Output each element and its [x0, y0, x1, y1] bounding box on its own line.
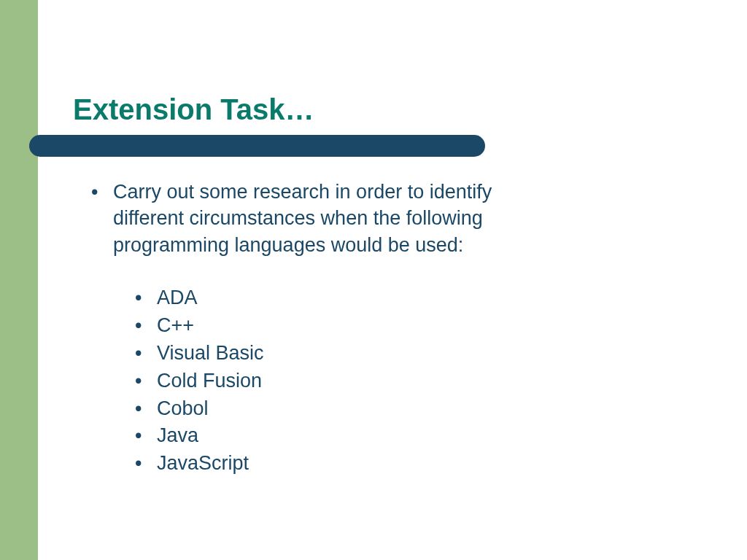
bullet-icon: •	[135, 422, 157, 450]
main-bullet-item: • Carry out some research in order to id…	[91, 179, 551, 258]
list-item-text: Java	[157, 422, 198, 450]
bullet-icon: •	[135, 284, 157, 312]
bullet-icon: •	[135, 368, 157, 395]
list-item-text: Visual Basic	[157, 340, 264, 368]
list-item: • Java	[135, 422, 551, 450]
bullet-icon: •	[135, 340, 157, 368]
bullet-icon: •	[135, 395, 157, 423]
list-item-text: Cold Fusion	[157, 368, 262, 395]
slide-content: • Carry out some research in order to id…	[91, 179, 551, 478]
sidebar-decoration	[0, 0, 38, 560]
list-item: • Cold Fusion	[135, 368, 551, 395]
list-item-text: ADA	[157, 284, 198, 312]
title-underline-bar	[29, 135, 485, 157]
list-item-text: C++	[157, 312, 194, 340]
slide-title: Extension Task…	[73, 93, 314, 126]
main-bullet-text: Carry out some research in order to iden…	[113, 179, 551, 258]
sub-bullet-list: • ADA • C++ • Visual Basic • Cold Fusion…	[135, 284, 551, 478]
bullet-icon: •	[135, 450, 157, 478]
list-item: • JavaScript	[135, 450, 551, 478]
bullet-icon: •	[135, 312, 157, 340]
list-item: • ADA	[135, 284, 551, 312]
list-item: • Visual Basic	[135, 340, 551, 368]
list-item: • C++	[135, 312, 551, 340]
bullet-icon: •	[91, 179, 113, 258]
list-item: • Cobol	[135, 395, 551, 423]
list-item-text: JavaScript	[157, 450, 249, 478]
list-item-text: Cobol	[157, 395, 209, 423]
